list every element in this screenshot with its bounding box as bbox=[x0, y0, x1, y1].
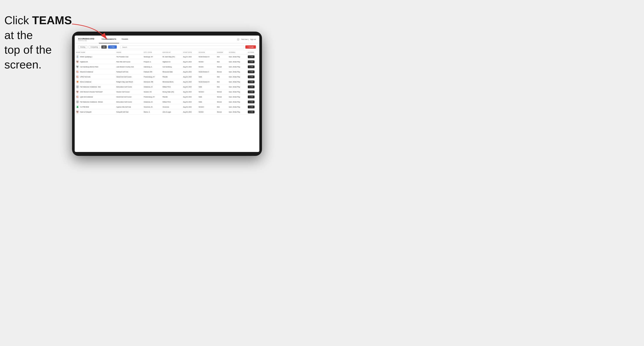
event-icon: 🐎 bbox=[76, 95, 79, 98]
edit-button[interactable]: Edit bbox=[248, 90, 254, 93]
cell-gender: Women bbox=[216, 89, 228, 94]
cell-hosted-by: William Penn bbox=[161, 84, 182, 89]
cell-gender: Women bbox=[216, 94, 228, 99]
col-hosted-by: HOSTED BY bbox=[161, 51, 182, 54]
search-box bbox=[120, 45, 244, 49]
table-row: 🦅 Klash at Kokopelli Kokopelli Golf Club… bbox=[75, 109, 259, 115]
table-row: 🦊 Morris Invitational Ruttger's Bay Lake… bbox=[75, 79, 259, 84]
cell-event-name: 🌲 VU PREVIEW bbox=[75, 104, 115, 109]
cell-date: Aug 25, 2023 bbox=[182, 59, 197, 64]
cell-gender: Women bbox=[216, 64, 228, 69]
cell-date: Aug 28, 2023 bbox=[182, 104, 197, 109]
cell-actions: Edit bbox=[246, 64, 259, 69]
cell-date: Aug 28, 2023 bbox=[182, 89, 197, 94]
toolbar: Hosting Competing All ≡ Filter + Create bbox=[75, 43, 259, 51]
instruction-text: Click TEAMS at thetop of the screen. bbox=[4, 13, 78, 72]
table-row: 🐎 Maverick Invitational Faribault Golf C… bbox=[75, 69, 259, 74]
cell-division: NAIA bbox=[197, 74, 216, 79]
cell-date: Aug 28, 2023 bbox=[182, 69, 197, 74]
cell-gender: Men bbox=[216, 84, 228, 89]
cell-scoring: team, Stroke Play bbox=[228, 54, 246, 59]
event-name-text: Maverick Invitational bbox=[80, 71, 93, 73]
cell-city: Galesburg, IL bbox=[142, 64, 161, 69]
cell-venue: Edmundson Golf Course bbox=[115, 99, 142, 104]
cell-city: Oskaloosa, IA bbox=[142, 84, 161, 89]
gear-icon[interactable] bbox=[237, 38, 240, 41]
cell-venue: Faribault Golf Club bbox=[115, 69, 142, 74]
tablet-frame: SCOREBOARD Powered by Clipp TOURNAMENTS … bbox=[72, 32, 262, 156]
cell-actions: Edit bbox=[246, 84, 259, 89]
cell-gender: Women bbox=[216, 99, 228, 104]
cell-actions: Edit bbox=[246, 79, 259, 84]
cell-venue: Cypress Hills Golf Club bbox=[115, 104, 142, 109]
tablet-screen: SCOREBOARD Powered by Clipp TOURNAMENTS … bbox=[75, 35, 259, 152]
cell-division: NAIA bbox=[197, 84, 216, 89]
event-icon: 🐎 bbox=[76, 75, 79, 78]
cell-actions: Edit bbox=[246, 89, 259, 94]
cell-date: Aug 28, 2023 bbox=[182, 84, 197, 89]
cell-city: Freeport, IL bbox=[142, 59, 161, 64]
edit-button[interactable]: Edit bbox=[248, 55, 254, 58]
cell-hosted-by: Minnesota-Morris bbox=[161, 79, 182, 84]
cell-venue: StoneCrest Golf Course bbox=[115, 94, 142, 99]
filter-button[interactable]: ≡ Filter bbox=[108, 45, 117, 49]
cell-division: NCAA Division III bbox=[197, 54, 216, 59]
table-row: 🏌 MSMC Qualifying 1 The Powelton Club Ne… bbox=[75, 54, 259, 59]
cell-venue: Park Hills Golf Course bbox=[115, 59, 142, 64]
cell-date: Aug 26, 2023 bbox=[182, 64, 197, 69]
cell-hosted-by: Murray State (OK) bbox=[161, 89, 182, 94]
cell-event-name: 🐺 Fall Statesmen Invitational - Women bbox=[75, 99, 115, 104]
cell-venue: Lake Bracken Country Club bbox=[115, 64, 142, 69]
cell-city: Deerwood, MN bbox=[142, 79, 161, 84]
col-gender: GENDER bbox=[216, 51, 228, 54]
signout-link[interactable]: Sign out bbox=[250, 39, 256, 40]
competing-button[interactable]: Competing bbox=[89, 45, 100, 49]
cell-scoring: team, Stroke Play bbox=[228, 64, 246, 69]
tab-teams[interactable]: TEAMS bbox=[119, 35, 131, 43]
cell-event-name: 🐎 upike fall invitational bbox=[75, 94, 115, 99]
edit-button[interactable]: Edit bbox=[248, 85, 254, 88]
cell-division: NAIA bbox=[197, 99, 216, 104]
edit-button[interactable]: Edit bbox=[248, 60, 254, 63]
cell-scoring: team, Stroke Play bbox=[228, 84, 246, 89]
nav-right: Test User | Sign out bbox=[237, 38, 256, 41]
col-city-state: CITY, STATE bbox=[142, 51, 161, 54]
cell-event-name: 🦅 2023 Women's Hesston Fall Kickoff bbox=[75, 89, 115, 94]
cell-date: Aug 28, 2023 bbox=[182, 99, 197, 104]
cell-event-name: 🦊 Morris Invitational bbox=[75, 79, 115, 84]
search-input[interactable] bbox=[120, 45, 244, 49]
edit-button[interactable]: Edit bbox=[248, 111, 254, 113]
cell-gender: Men bbox=[216, 79, 228, 84]
cell-event-name: 🦅 Klash at Kokopelli bbox=[75, 109, 115, 115]
edit-button[interactable]: Edit bbox=[248, 75, 254, 78]
edit-button[interactable]: Edit bbox=[248, 80, 254, 83]
cell-city: Vincennes, IN bbox=[142, 104, 161, 109]
event-icon: 🐺 bbox=[76, 100, 79, 103]
table-container: EVENT NAME VENUE CITY, STATE HOSTED BY S… bbox=[75, 51, 259, 152]
hosting-button[interactable]: Hosting bbox=[78, 45, 87, 49]
event-name-text: Fall Statesmen Invitational - Women bbox=[80, 101, 103, 103]
create-button[interactable]: + Create bbox=[245, 45, 256, 49]
cell-division: NCAA Division II bbox=[197, 69, 216, 74]
edit-button[interactable]: Edit bbox=[248, 106, 254, 108]
edit-button[interactable]: Edit bbox=[248, 101, 254, 103]
cell-event-name: 🦅 Highland 36 bbox=[75, 59, 115, 64]
cell-city: Marion, IL bbox=[142, 109, 161, 115]
all-button[interactable]: All bbox=[101, 45, 107, 49]
cell-date: Aug 28, 2023 bbox=[182, 94, 197, 99]
cell-hosted-by: Minnesota State bbox=[161, 69, 182, 74]
col-actions: ACTIONS bbox=[246, 51, 259, 54]
event-icon: 🦅 bbox=[76, 90, 79, 93]
event-icon: 🦊 bbox=[76, 80, 79, 83]
cell-gender: Women bbox=[216, 69, 228, 74]
table-row: 🐺 Fall Statesmen Invitational - Women Ed… bbox=[75, 99, 259, 104]
edit-button[interactable]: Edit bbox=[248, 96, 254, 98]
edit-button[interactable]: Edit bbox=[248, 70, 254, 73]
event-name-text: Morris Invitational bbox=[80, 81, 91, 83]
event-icon: 🌲 bbox=[76, 105, 79, 108]
table-row: 🌲 VU PREVIEW Cypress Hills Golf Club Vin… bbox=[75, 104, 259, 109]
table-row: 🐺 Fall Statesmen Invitational - Men Edmu… bbox=[75, 84, 259, 89]
tab-tournaments[interactable]: TOURNAMENTS bbox=[99, 35, 119, 43]
cell-date: Aug 24, 2023 bbox=[182, 54, 197, 59]
edit-button[interactable]: Edit bbox=[248, 65, 254, 68]
